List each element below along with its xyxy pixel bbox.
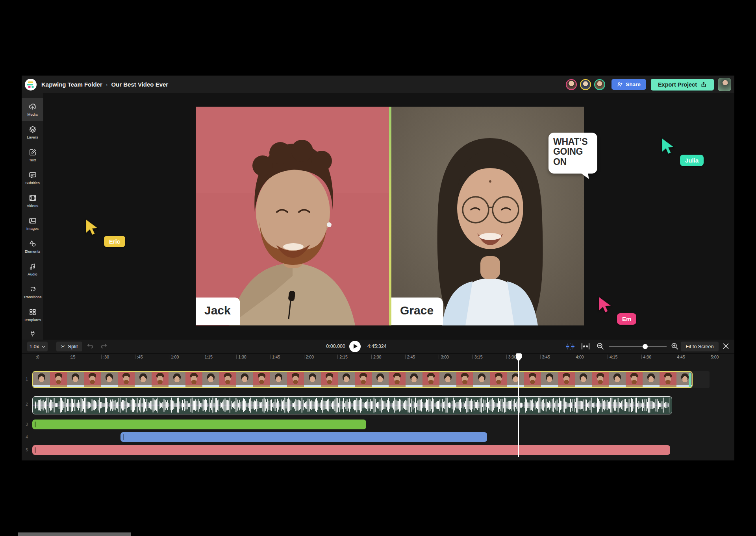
timeline-zoom-slider[interactable] xyxy=(609,346,667,347)
jack-frame-thumbnail xyxy=(321,372,338,387)
kapwing-logo-icon[interactable] xyxy=(25,79,37,91)
sidebar-item-label: Media xyxy=(28,112,38,116)
timeline-toolbar: 1.0x ✂ Split 0:00.000 4:45:324 xyxy=(22,340,734,354)
bottom-edge-artifact xyxy=(18,532,131,536)
split-button[interactable]: ✂ Split xyxy=(56,342,82,351)
fit-to-screen-button[interactable]: Fit to Screen xyxy=(681,342,719,351)
sidebar-item-templates[interactable]: Templates xyxy=(22,303,43,326)
ruler-tick xyxy=(675,355,675,359)
screen: Kapwing Team Folder › Our Best Video Eve… xyxy=(0,0,756,536)
breadcrumb-separator: › xyxy=(106,81,108,88)
sidebar-item-images[interactable]: Images xyxy=(22,212,43,235)
sidebar-item-media[interactable]: Media xyxy=(22,98,43,121)
jack-name-tag[interactable]: Jack xyxy=(196,298,240,325)
collaborator-avatars xyxy=(563,79,605,90)
breadcrumb: Kapwing Team Folder › Our Best Video Eve… xyxy=(41,81,168,88)
grace-frame-thumbnail xyxy=(406,372,422,387)
collaborator-2-avatar[interactable] xyxy=(580,79,591,90)
jack-frame-thumbnail xyxy=(456,372,473,387)
playhead[interactable] xyxy=(518,353,519,457)
clip-left-handle[interactable] xyxy=(35,421,36,427)
share-button[interactable]: Share xyxy=(611,79,646,90)
sidebar-item-elements[interactable]: Elements xyxy=(22,235,43,258)
layer-clip-row-5[interactable] xyxy=(32,445,670,455)
ruler-tick xyxy=(574,355,574,359)
grace-frame-thumbnail xyxy=(101,372,118,387)
top-bar: Kapwing Team Folder › Our Best Video Eve… xyxy=(22,76,734,93)
sidebar-item-audio[interactable]: Audio xyxy=(22,258,43,281)
subtitles-icon xyxy=(28,171,37,179)
audio-track-clip[interactable] xyxy=(32,396,672,414)
clip-left-handle[interactable] xyxy=(35,447,36,453)
jack-frame-thumbnail xyxy=(355,372,372,387)
grace-frame-thumbnail xyxy=(135,372,152,387)
sidebar-item-label: Templates xyxy=(24,318,41,322)
grace-frame-thumbnail xyxy=(33,372,50,387)
sidebar-item-label: Transitions xyxy=(23,295,41,299)
grace-name-tag[interactable]: Grace xyxy=(391,298,443,325)
grace-frame-thumbnail xyxy=(169,372,185,387)
timeline-tracks-area: :0:15:30:451:001:151:301:452:002:152:302… xyxy=(22,353,734,460)
video-track-clip[interactable] xyxy=(32,371,693,388)
export-project-button[interactable]: Export Project xyxy=(651,79,714,91)
timeline-ruler[interactable]: :0:15:30:451:001:151:301:452:002:152:302… xyxy=(22,353,734,362)
jack-frame-thumbnail xyxy=(219,372,236,387)
speech-bubble-element[interactable]: WHAT’S GOING ON xyxy=(548,133,597,174)
sidebar-item-layers[interactable]: Layers xyxy=(22,121,43,144)
sidebar-item-text[interactable]: Text xyxy=(22,144,43,166)
share-button-label: Share xyxy=(626,81,641,87)
jack-frame-thumbnail xyxy=(50,372,67,387)
ruler-tick xyxy=(641,355,642,359)
fit-timeline-icon[interactable] xyxy=(581,343,590,351)
snap-toggle-icon[interactable] xyxy=(565,343,575,351)
jack-frame-thumbnail xyxy=(660,372,676,387)
zoom-in-icon[interactable] xyxy=(671,342,678,351)
jack-illustration xyxy=(196,107,389,325)
jack-frame-thumbnail xyxy=(524,372,541,387)
layer-clip-row-4[interactable] xyxy=(120,432,487,442)
undo-icon[interactable] xyxy=(87,344,94,351)
ruler-tick-label: 4:45 xyxy=(677,355,685,359)
zoom-out-icon[interactable] xyxy=(597,342,604,351)
ruler-tick xyxy=(270,355,271,359)
track-row-number: 5 xyxy=(24,448,30,452)
redo-icon[interactable] xyxy=(100,344,107,351)
ruler-tick xyxy=(135,355,135,359)
ruler-tick xyxy=(439,355,439,359)
layers-icon xyxy=(28,125,37,134)
video-clip-right-handle[interactable] xyxy=(689,373,691,388)
video-panel-jack[interactable]: Jack xyxy=(196,107,389,325)
jack-frame-thumbnail xyxy=(389,372,406,387)
ruler-tick-label: 3:45 xyxy=(542,355,550,359)
zoom-slider-knob[interactable] xyxy=(643,344,648,349)
ruler-tick-label: 4:15 xyxy=(610,355,617,359)
ruler-tick-label: 1:45 xyxy=(272,355,280,359)
collaborator-1-avatar[interactable] xyxy=(566,79,577,90)
close-timeline-icon[interactable] xyxy=(723,343,729,351)
grace-frame-thumbnail xyxy=(541,372,558,387)
grace-frame-thumbnail xyxy=(236,372,253,387)
sidebar-item-subtitles[interactable]: Subtitles xyxy=(22,166,43,189)
layer-clip-row-3[interactable] xyxy=(32,420,366,429)
clip-left-handle[interactable] xyxy=(123,434,124,440)
grace-frame-thumbnail xyxy=(575,372,592,387)
breadcrumb-folder[interactable]: Kapwing Team Folder xyxy=(41,81,102,88)
collaborator-3-avatar[interactable] xyxy=(594,79,605,90)
sidebar-item-videos[interactable]: Videos xyxy=(22,189,43,212)
images-icon xyxy=(28,216,37,225)
plug-icon[interactable] xyxy=(29,330,36,339)
ruler-tick xyxy=(68,355,68,359)
sidebar-item-label: Layers xyxy=(27,135,38,139)
jack-frame-thumbnail xyxy=(626,372,643,387)
editor-canvas: Jack xyxy=(43,93,734,340)
cursor-name-label: Eric xyxy=(104,236,125,247)
breadcrumb-project[interactable]: Our Best Video Ever xyxy=(111,81,168,88)
current-time: 0:00.000 xyxy=(318,344,345,349)
playhead-handle[interactable] xyxy=(516,353,522,359)
play-button[interactable] xyxy=(349,341,361,352)
user-avatar[interactable] xyxy=(718,78,731,91)
sidebar-item-transitions[interactable]: Transitions xyxy=(22,281,43,303)
track-row-number: 1 xyxy=(24,377,30,381)
playback-speed-button[interactable]: 1.0x xyxy=(27,342,48,351)
grace-frame-thumbnail xyxy=(507,372,524,387)
